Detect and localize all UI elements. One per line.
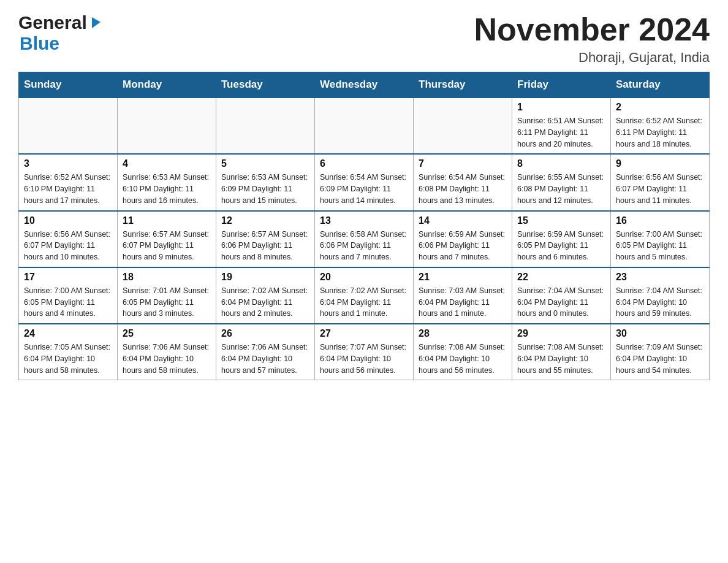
calendar-cell: 15Sunrise: 6:59 AM Sunset: 6:05 PM Dayli… — [512, 211, 611, 267]
calendar-cell — [19, 98, 118, 154]
calendar-week-5: 24Sunrise: 7:05 AM Sunset: 6:04 PM Dayli… — [19, 324, 710, 380]
day-number: 6 — [320, 158, 408, 169]
day-number: 24 — [24, 328, 112, 339]
calendar-cell: 1Sunrise: 6:51 AM Sunset: 6:11 PM Daylig… — [512, 98, 611, 154]
day-sun-info: Sunrise: 7:08 AM Sunset: 6:04 PM Dayligh… — [517, 342, 605, 376]
day-sun-info: Sunrise: 6:52 AM Sunset: 6:10 PM Dayligh… — [24, 172, 112, 206]
calendar-cell: 30Sunrise: 7:09 AM Sunset: 6:04 PM Dayli… — [611, 324, 710, 380]
day-sun-info: Sunrise: 7:06 AM Sunset: 6:04 PM Dayligh… — [123, 342, 211, 376]
day-number: 5 — [221, 158, 309, 169]
calendar-cell: 22Sunrise: 7:04 AM Sunset: 6:04 PM Dayli… — [512, 267, 611, 324]
day-number: 9 — [616, 158, 704, 169]
day-number: 2 — [616, 102, 704, 113]
calendar-cell: 16Sunrise: 7:00 AM Sunset: 6:05 PM Dayli… — [611, 211, 710, 267]
day-number: 12 — [221, 215, 309, 226]
day-header-wednesday: Wednesday — [315, 72, 414, 98]
day-number: 28 — [419, 328, 507, 339]
day-sun-info: Sunrise: 7:02 AM Sunset: 6:04 PM Dayligh… — [221, 285, 309, 320]
day-sun-info: Sunrise: 7:08 AM Sunset: 6:04 PM Dayligh… — [419, 342, 507, 376]
calendar-cell: 17Sunrise: 7:00 AM Sunset: 6:05 PM Dayli… — [19, 267, 118, 324]
day-number: 27 — [320, 328, 408, 339]
day-sun-info: Sunrise: 6:58 AM Sunset: 6:06 PM Dayligh… — [320, 229, 408, 263]
calendar-cell: 29Sunrise: 7:08 AM Sunset: 6:04 PM Dayli… — [512, 324, 611, 380]
day-number: 4 — [123, 158, 211, 169]
day-number: 16 — [616, 215, 704, 226]
day-header-monday: Monday — [118, 72, 216, 98]
calendar-cell: 20Sunrise: 7:02 AM Sunset: 6:04 PM Dayli… — [315, 267, 414, 324]
day-number: 8 — [517, 158, 605, 169]
calendar-week-1: 1Sunrise: 6:51 AM Sunset: 6:11 PM Daylig… — [19, 98, 710, 154]
calendar-week-3: 10Sunrise: 6:56 AM Sunset: 6:07 PM Dayli… — [19, 211, 710, 267]
day-sun-info: Sunrise: 6:53 AM Sunset: 6:10 PM Dayligh… — [123, 172, 211, 206]
calendar-cell: 21Sunrise: 7:03 AM Sunset: 6:04 PM Dayli… — [414, 267, 512, 324]
calendar-cell: 18Sunrise: 7:01 AM Sunset: 6:05 PM Dayli… — [118, 267, 216, 324]
logo-general-text: General — [18, 12, 87, 33]
calendar-cell: 14Sunrise: 6:59 AM Sunset: 6:06 PM Dayli… — [414, 211, 512, 267]
day-header-sunday: Sunday — [19, 72, 118, 98]
day-sun-info: Sunrise: 6:53 AM Sunset: 6:09 PM Dayligh… — [221, 172, 309, 206]
calendar-cell: 27Sunrise: 7:07 AM Sunset: 6:04 PM Dayli… — [315, 324, 414, 380]
calendar-cell: 11Sunrise: 6:57 AM Sunset: 6:07 PM Dayli… — [118, 211, 216, 267]
calendar-cell: 19Sunrise: 7:02 AM Sunset: 6:04 PM Dayli… — [216, 267, 315, 324]
calendar-cell: 26Sunrise: 7:06 AM Sunset: 6:04 PM Dayli… — [216, 324, 315, 380]
calendar-week-4: 17Sunrise: 7:00 AM Sunset: 6:05 PM Dayli… — [19, 267, 710, 324]
month-title: November 2024 — [474, 12, 710, 47]
calendar-cell: 28Sunrise: 7:08 AM Sunset: 6:04 PM Dayli… — [414, 324, 512, 380]
day-number: 3 — [24, 158, 112, 169]
calendar-cell — [216, 98, 315, 154]
day-sun-info: Sunrise: 7:00 AM Sunset: 6:05 PM Dayligh… — [24, 285, 112, 320]
calendar-table: SundayMondayTuesdayWednesdayThursdayFrid… — [18, 72, 710, 380]
day-number: 19 — [221, 272, 309, 283]
day-number: 17 — [24, 272, 112, 283]
logo-triangle-icon — [88, 16, 102, 29]
day-sun-info: Sunrise: 7:04 AM Sunset: 6:04 PM Dayligh… — [517, 285, 605, 320]
day-sun-info: Sunrise: 6:56 AM Sunset: 6:07 PM Dayligh… — [616, 172, 704, 206]
day-number: 29 — [517, 328, 605, 339]
logo-blue-text: Blue — [20, 33, 102, 54]
day-sun-info: Sunrise: 6:54 AM Sunset: 6:08 PM Dayligh… — [419, 172, 507, 206]
calendar-cell: 4Sunrise: 6:53 AM Sunset: 6:10 PM Daylig… — [118, 154, 216, 210]
day-sun-info: Sunrise: 7:02 AM Sunset: 6:04 PM Dayligh… — [320, 285, 408, 320]
calendar-cell: 2Sunrise: 6:52 AM Sunset: 6:11 PM Daylig… — [611, 98, 710, 154]
day-sun-info: Sunrise: 6:57 AM Sunset: 6:07 PM Dayligh… — [123, 229, 211, 263]
day-sun-info: Sunrise: 7:07 AM Sunset: 6:04 PM Dayligh… — [320, 342, 408, 376]
day-number: 13 — [320, 215, 408, 226]
day-sun-info: Sunrise: 7:03 AM Sunset: 6:04 PM Dayligh… — [419, 285, 507, 320]
calendar-cell: 3Sunrise: 6:52 AM Sunset: 6:10 PM Daylig… — [19, 154, 118, 210]
day-number: 1 — [517, 102, 605, 113]
calendar-cell: 25Sunrise: 7:06 AM Sunset: 6:04 PM Dayli… — [118, 324, 216, 380]
day-number: 20 — [320, 272, 408, 283]
calendar-cell: 13Sunrise: 6:58 AM Sunset: 6:06 PM Dayli… — [315, 211, 414, 267]
location-text: Dhoraji, Gujarat, India — [474, 50, 710, 66]
calendar-cell — [118, 98, 216, 154]
calendar-cell: 6Sunrise: 6:54 AM Sunset: 6:09 PM Daylig… — [315, 154, 414, 210]
day-sun-info: Sunrise: 6:59 AM Sunset: 6:06 PM Dayligh… — [419, 229, 507, 263]
day-number: 21 — [419, 272, 507, 283]
day-sun-info: Sunrise: 6:59 AM Sunset: 6:05 PM Dayligh… — [517, 229, 605, 263]
calendar-cell: 7Sunrise: 6:54 AM Sunset: 6:08 PM Daylig… — [414, 154, 512, 210]
day-header-friday: Friday — [512, 72, 611, 98]
day-sun-info: Sunrise: 6:54 AM Sunset: 6:09 PM Dayligh… — [320, 172, 408, 206]
day-sun-info: Sunrise: 7:01 AM Sunset: 6:05 PM Dayligh… — [123, 285, 211, 320]
calendar-cell — [315, 98, 414, 154]
day-sun-info: Sunrise: 6:57 AM Sunset: 6:06 PM Dayligh… — [221, 229, 309, 263]
calendar-cell: 23Sunrise: 7:04 AM Sunset: 6:04 PM Dayli… — [611, 267, 710, 324]
day-header-tuesday: Tuesday — [216, 72, 315, 98]
day-sun-info: Sunrise: 6:52 AM Sunset: 6:11 PM Dayligh… — [616, 115, 704, 150]
day-header-saturday: Saturday — [611, 72, 710, 98]
day-sun-info: Sunrise: 7:04 AM Sunset: 6:04 PM Dayligh… — [616, 285, 704, 320]
calendar-cell: 8Sunrise: 6:55 AM Sunset: 6:08 PM Daylig… — [512, 154, 611, 210]
calendar-cell: 5Sunrise: 6:53 AM Sunset: 6:09 PM Daylig… — [216, 154, 315, 210]
page-header: General Blue November 2024 Dhoraji, Guja… — [18, 12, 710, 66]
day-sun-info: Sunrise: 7:00 AM Sunset: 6:05 PM Dayligh… — [616, 229, 704, 263]
logo: General Blue — [18, 12, 102, 54]
day-sun-info: Sunrise: 6:56 AM Sunset: 6:07 PM Dayligh… — [24, 229, 112, 263]
day-number: 7 — [419, 158, 507, 169]
logo-row1: General — [18, 12, 102, 33]
day-number: 22 — [517, 272, 605, 283]
day-number: 15 — [517, 215, 605, 226]
calendar-week-2: 3Sunrise: 6:52 AM Sunset: 6:10 PM Daylig… — [19, 154, 710, 210]
calendar-cell: 9Sunrise: 6:56 AM Sunset: 6:07 PM Daylig… — [611, 154, 710, 210]
day-sun-info: Sunrise: 7:05 AM Sunset: 6:04 PM Dayligh… — [24, 342, 112, 376]
title-area: November 2024 Dhoraji, Gujarat, India — [474, 12, 710, 66]
